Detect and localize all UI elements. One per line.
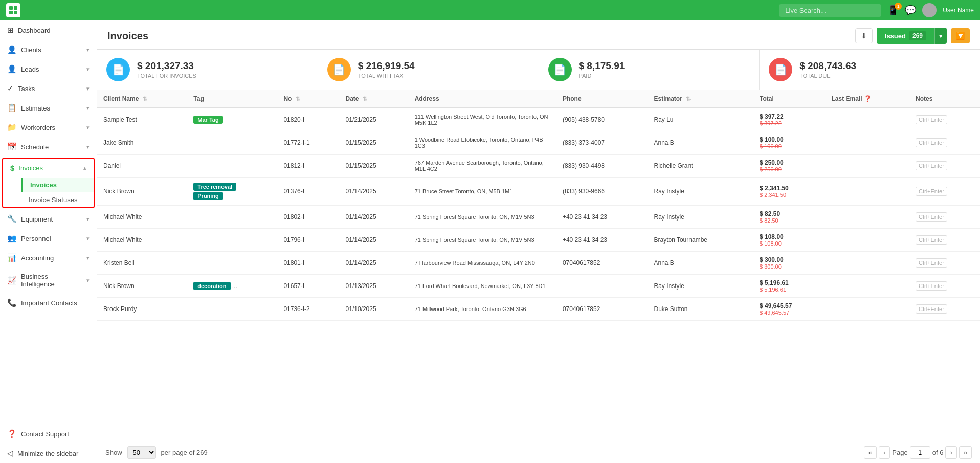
chevron-down-icon: ▾ xyxy=(86,124,90,131)
cell-phone: (833) 930-9666 xyxy=(556,178,648,206)
cell-address: 7 Harbourview Road Mississauga, ON, L4Y … xyxy=(409,252,556,275)
table-row[interactable]: Daniel01812-I01/15/2025767 Marden Avenue… xyxy=(97,155,980,178)
cell-no: 01772-I-1 xyxy=(277,131,339,155)
cell-tag xyxy=(187,155,277,178)
leads-icon: 👤 xyxy=(7,64,17,74)
col-date[interactable]: Date ⇅ xyxy=(340,90,409,108)
sidebar-item-dashboard[interactable]: ⊞ Dashboard xyxy=(0,20,97,40)
total-amount: $ 300.00 xyxy=(760,256,784,263)
cell-total: $ 108.00$ 108.00 xyxy=(753,229,825,252)
tablet-icon[interactable]: 📱 1 xyxy=(887,5,899,16)
cell-no: 01376-I xyxy=(277,178,339,206)
prev-page-button[interactable]: ‹ xyxy=(879,446,890,459)
col-phone[interactable]: Phone xyxy=(556,90,648,108)
app-logo[interactable] xyxy=(6,3,20,17)
sidebar-item-accounting[interactable]: 📊 Accounting ▾ xyxy=(0,248,97,268)
table-row[interactable]: Nick BrownTree removalPruning01376-I01/1… xyxy=(97,178,980,206)
summary-bar: 📄 $ 201,327.33 TOTAL FOR INVOICES 📄 $ 21… xyxy=(97,50,980,90)
contact-support-item[interactable]: ❓ Contact Support xyxy=(0,424,97,444)
cell-total: $ 100.00$ 100.00 xyxy=(753,131,825,155)
issued-count-badge: 269 xyxy=(909,31,926,40)
table-row[interactable]: Michael White01796-I01/14/202571 Spring … xyxy=(97,229,980,252)
cell-address: 71 Millwood Park, Toronto, Ontario G3N 3… xyxy=(409,298,556,321)
last-page-button[interactable]: » xyxy=(959,446,972,459)
sidebar-item-estimates[interactable]: 📋 Estimates ▾ xyxy=(0,98,97,118)
cell-notes: Ctrl+Enter xyxy=(909,131,980,155)
contact-support-label: Contact Support xyxy=(21,430,69,438)
issued-button[interactable]: Issued 269 xyxy=(877,28,934,44)
cell-no: 01736-I-2 xyxy=(277,298,339,321)
filter-button[interactable]: 🔽 xyxy=(951,28,970,43)
user-avatar[interactable] xyxy=(922,3,937,17)
first-page-button[interactable]: « xyxy=(864,446,877,459)
sidebar-item-invoices[interactable]: $ Invoices ▴ xyxy=(3,159,94,178)
sidebar-subitem-invoice-statuses[interactable]: Invoice Statuses xyxy=(21,192,94,207)
notes-shortcut[interactable]: Ctrl+Enter xyxy=(916,281,947,291)
table-row[interactable]: Brock Purdy01736-I-201/10/202571 Millwoo… xyxy=(97,298,980,321)
page-input[interactable] xyxy=(910,446,930,459)
cell-last-email xyxy=(825,131,909,155)
total-amount: $ 5,196.61 xyxy=(760,279,789,286)
sidebar-item-personnel[interactable]: 👥 Personnel ▾ xyxy=(0,229,97,248)
cell-address: 767 Marden Avenue Scarborough, Toronto, … xyxy=(409,155,556,178)
col-client-name[interactable]: Client Name ⇅ xyxy=(97,90,187,108)
col-estimator[interactable]: Estimator ⇅ xyxy=(648,90,753,108)
sidebar-item-equipment[interactable]: 🔧 Equipment ▾ xyxy=(0,209,97,229)
sidebar-item-tasks[interactable]: ✓ Tasks ▾ xyxy=(0,79,97,98)
total-tax-amount: $ 216,919.54 xyxy=(358,60,415,72)
show-label: Show xyxy=(105,449,122,456)
per-page-select[interactable]: 50 25 100 xyxy=(127,446,156,459)
notes-shortcut[interactable]: Ctrl+Enter xyxy=(916,161,947,170)
col-no[interactable]: No ⇅ xyxy=(277,90,339,108)
cell-notes: Ctrl+Enter xyxy=(909,206,980,229)
notes-shortcut[interactable]: Ctrl+Enter xyxy=(916,212,947,222)
cell-client-name: Sample Test xyxy=(97,108,187,131)
cell-date: 01/15/2025 xyxy=(340,131,409,155)
notes-shortcut[interactable]: Ctrl+Enter xyxy=(916,138,947,147)
cell-tag: decoration ... xyxy=(187,275,277,298)
total-overline: $ 5,196.61 xyxy=(760,286,819,293)
next-page-button[interactable]: › xyxy=(945,446,956,459)
sidebar-item-workorders[interactable]: 📁 Workorders ▾ xyxy=(0,118,97,137)
table-row[interactable]: Michael White01802-I01/14/202571 Spring … xyxy=(97,206,980,229)
minimize-sidebar-item[interactable]: ◁ Minimize the sidebar xyxy=(0,444,97,463)
sidebar-item-leads[interactable]: 👤 Leads ▾ xyxy=(0,59,97,79)
cell-total: $ 300.00$ 300.00 xyxy=(753,252,825,275)
notes-shortcut[interactable]: Ctrl+Enter xyxy=(916,115,947,124)
sidebar-item-business-intelligence[interactable]: 📈 Business Intelligence ▾ xyxy=(0,268,97,293)
table-row[interactable]: Jake Smith01772-I-101/15/20251 Woodbine … xyxy=(97,131,980,155)
tag-badge[interactable]: Mar Tag xyxy=(193,116,222,124)
sidebar-subitem-invoices-list[interactable]: Invoices xyxy=(21,178,94,192)
table-row[interactable]: Kristen Bell01801-I01/14/20257 Harbourvi… xyxy=(97,252,980,275)
table-row[interactable]: Nick Browndecoration ...01657-I01/13/202… xyxy=(97,275,980,298)
messages-icon[interactable]: 💬 xyxy=(905,5,916,16)
chevron-up-icon: ▴ xyxy=(83,165,86,171)
issued-dropdown-button[interactable]: ▾ xyxy=(934,28,947,44)
issued-button-group: Issued 269 ▾ xyxy=(877,28,947,44)
tag-badge[interactable]: Tree removal xyxy=(193,183,236,191)
cell-client-name: Nick Brown xyxy=(97,275,187,298)
notes-shortcut[interactable]: Ctrl+Enter xyxy=(916,235,947,245)
col-last-email[interactable]: Last Email ❓ xyxy=(825,90,909,108)
invoices-icon: $ xyxy=(10,164,14,172)
download-button[interactable]: ⬇ xyxy=(855,28,873,43)
tag-badge[interactable]: Pruning xyxy=(193,192,223,200)
tag-badge[interactable]: decoration xyxy=(193,282,230,290)
notes-shortcut[interactable]: Ctrl+Enter xyxy=(916,304,947,314)
sidebar-item-schedule[interactable]: 📅 Schedule ▾ xyxy=(0,137,97,157)
live-search-input[interactable] xyxy=(779,4,881,17)
notes-shortcut[interactable]: Ctrl+Enter xyxy=(916,187,947,196)
cell-date: 01/13/2025 xyxy=(340,275,409,298)
notes-shortcut[interactable]: Ctrl+Enter xyxy=(916,258,947,268)
table-row[interactable]: Sample TestMar Tag01820-I01/21/2025111 W… xyxy=(97,108,980,131)
invoices-table-wrapper: Client Name ⇅ Tag No ⇅ Date ⇅ Address Ph… xyxy=(97,90,980,442)
layout: ⊞ Dashboard 👤 Clients ▾ 👤 Leads ▾ ✓ Task… xyxy=(0,20,980,463)
chevron-down-icon: ▾ xyxy=(86,85,90,92)
col-total[interactable]: Total xyxy=(753,90,825,108)
sidebar-item-important-contacts[interactable]: 📞 Important Contacts xyxy=(0,293,97,313)
cell-total: $ 5,196.61$ 5,196.61 xyxy=(753,275,825,298)
col-notes[interactable]: Notes xyxy=(909,90,980,108)
col-address[interactable]: Address xyxy=(409,90,556,108)
col-tag[interactable]: Tag xyxy=(187,90,277,108)
sidebar-item-clients[interactable]: 👤 Clients ▾ xyxy=(0,40,97,59)
